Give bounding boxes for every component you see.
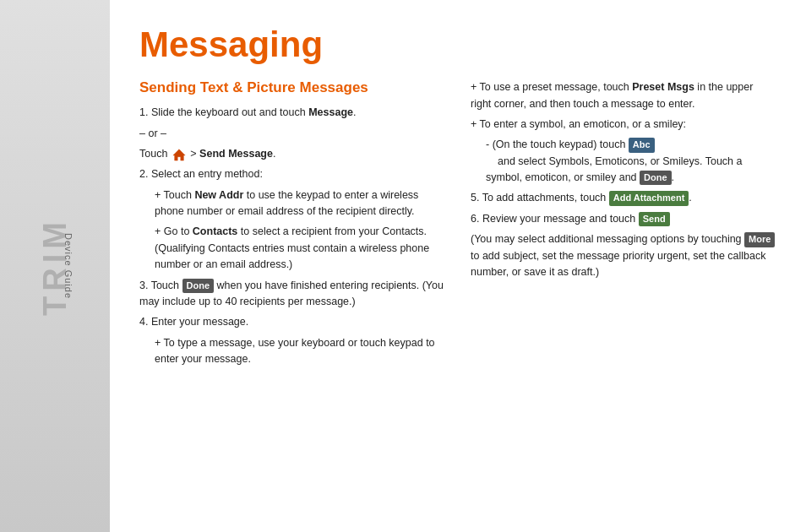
add-attachment-btn: Add Attachment: [609, 191, 689, 205]
page-title: Messaging: [139, 25, 776, 64]
step6-suffix-text: to add subject, set the message priority…: [471, 250, 766, 278]
bullet2: + Go to Contacts to select a recipient f…: [139, 224, 445, 273]
right-bullet2-indent: and select Symbols, Emoticons, or Smiley…: [486, 155, 742, 183]
sidebar: TRIM Device Guide: [0, 0, 110, 532]
done-btn-2: Done: [640, 171, 672, 185]
step3: 3. Touch Done when you have finished ent…: [139, 278, 445, 311]
send-message: Send Message: [199, 148, 273, 160]
right-bullet1: + To use a preset message, touch Preset …: [471, 79, 776, 112]
body-text-right: + To use a preset message, touch Preset …: [471, 79, 776, 280]
right-preset-msgs: Preset Msgs: [632, 81, 694, 93]
right-bullet2-sub-prefix: - (On the touch keypad) touch: [486, 138, 625, 150]
abc-btn: Abc: [629, 138, 655, 152]
body-text-left: 1. Slide the keyboard out and touch Mess…: [139, 105, 445, 367]
main-content: Messaging Sending Text & Picture Message…: [110, 0, 806, 532]
right-bullet2-sub: - (On the touch keypad) touch Abc and se…: [471, 137, 776, 186]
send-btn: Send: [639, 212, 670, 226]
home-icon: [172, 148, 187, 161]
right-bullet2-sub-suffix: and select Symbols, Emoticons, or Smiley…: [486, 155, 742, 183]
step6-detail: (You may select additional messaging opt…: [471, 231, 776, 280]
left-column: Sending Text & Picture Messages 1. Slide…: [139, 79, 445, 372]
step1: 1. Slide the keyboard out and touch Mess…: [139, 105, 445, 121]
touch-send: Touch > Send Message.: [139, 146, 445, 162]
step5: 5. To add attachments, touch Add Attachm…: [471, 190, 776, 206]
step6-prefix: 6. Review your message and touch: [471, 213, 635, 225]
touch-prefix: Touch: [139, 148, 167, 160]
touch-suffix: >: [190, 148, 199, 160]
right-bullet2: + To enter a symbol, an emoticon, or a s…: [471, 117, 776, 133]
step6: 6. Review your message and touch Send: [471, 211, 776, 227]
step4: 4. Enter your message.: [139, 314, 445, 330]
bullet3: + To type a message, use your keyboard o…: [139, 335, 445, 368]
step5-prefix: 5. To add attachments, touch: [471, 192, 606, 204]
svg-marker-0: [173, 149, 185, 160]
more-btn: More: [744, 232, 775, 247]
bullet1-prefix: + Touch: [155, 189, 192, 201]
done-btn-1: Done: [182, 279, 215, 293]
two-column-layout: Sending Text & Picture Messages 1. Slide…: [139, 79, 776, 372]
bullet1: + Touch New Addr to use the keypad to en…: [139, 187, 445, 220]
bullet1-bold: New Addr: [194, 189, 243, 201]
or-text: – or –: [139, 126, 445, 142]
step6-suffix-prefix: (You may select additional messaging opt…: [471, 233, 742, 245]
bullet2-bold-text: Contacts: [193, 225, 237, 237]
step1-bold: Message: [308, 106, 353, 118]
bullet2-prefix: + Go to: [155, 225, 189, 237]
step1-text: 1. Slide the keyboard out and touch: [139, 106, 306, 118]
right-column: + To use a preset message, touch Preset …: [471, 79, 776, 372]
step2: 2. Select an entry method:: [139, 166, 445, 182]
step3-prefix: 3. Touch: [139, 280, 179, 291]
step1-period: .: [353, 106, 356, 118]
right-bullet1-prefix: + To use a preset message, touch: [471, 81, 629, 93]
sidebar-guide-label: Device Guide: [63, 233, 74, 299]
section-title: Sending Text & Picture Messages: [139, 79, 445, 96]
